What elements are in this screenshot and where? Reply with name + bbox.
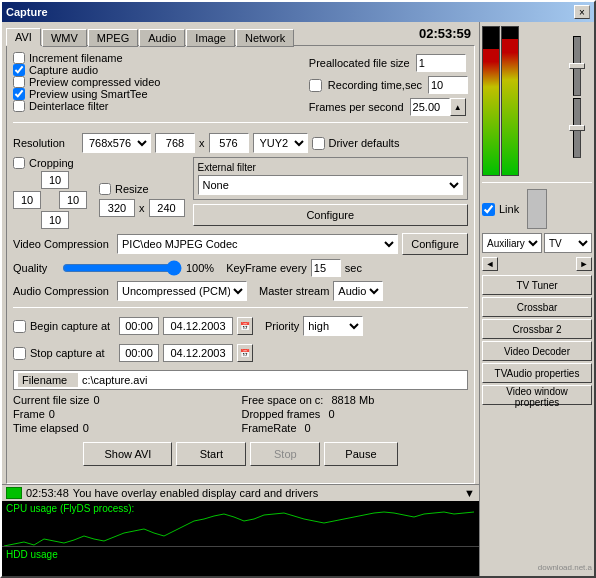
title-bar: Capture ×: [2, 2, 594, 22]
frame-row: Frame 0: [13, 408, 240, 420]
close-button[interactable]: ×: [574, 5, 590, 19]
driver-defaults-label: Driver defaults: [329, 137, 400, 149]
scroll-left-arrow[interactable]: ◄: [482, 257, 498, 271]
scroll-arrows: ◄ ►: [482, 257, 592, 271]
recording-time-checkbox[interactable]: [309, 79, 322, 92]
keyframe-unit: sec: [345, 262, 362, 274]
video-window-properties-button[interactable]: Video window properties: [482, 385, 592, 405]
pause-button[interactable]: Pause: [324, 442, 397, 466]
time-elapsed-row: Time elapsed 0: [13, 422, 240, 434]
video-compression-label: Video Compression: [13, 238, 113, 250]
begin-time-input[interactable]: [119, 317, 159, 335]
recording-time-label: Recording time,sec: [328, 79, 422, 91]
link-slider[interactable]: [527, 189, 547, 229]
hdd-label: HDD usage: [6, 549, 58, 560]
tab-network[interactable]: Network: [236, 29, 294, 47]
tvaudio-properties-button[interactable]: TVAudio properties: [482, 363, 592, 383]
res-width-input[interactable]: [155, 133, 195, 153]
scroll-right-arrow[interactable]: ►: [576, 257, 592, 271]
external-filter-section: External filter None Configure: [193, 157, 469, 226]
external-filter-dropdown[interactable]: None: [198, 175, 464, 195]
resize-width-input[interactable]: [99, 199, 135, 217]
crop-bottom-input[interactable]: [41, 211, 69, 229]
cropping-check-row: Cropping: [13, 157, 185, 169]
crossbar-button[interactable]: Crossbar: [482, 297, 592, 317]
driver-defaults-checkbox[interactable]: [312, 137, 325, 150]
preview-smarttee-checkbox[interactable]: [13, 88, 25, 100]
capture-time: 02:53:59: [411, 22, 479, 45]
tab-audio[interactable]: Audio: [139, 29, 185, 47]
resolution-row: Resolution 768x576 x YUY2 Driver default…: [13, 133, 468, 153]
deinterlace-checkbox[interactable]: [13, 100, 25, 112]
stop-time-input[interactable]: [119, 344, 159, 362]
crop-top-input[interactable]: [41, 171, 69, 189]
fader-track-2[interactable]: [573, 98, 581, 158]
color-format-dropdown[interactable]: YUY2: [253, 133, 308, 153]
tab-image[interactable]: Image: [186, 29, 235, 47]
capture-audio-checkbox[interactable]: [13, 64, 25, 76]
fps-label: Frames per second: [309, 101, 404, 113]
preview-smarttee-row: Preview using SmartTee: [13, 88, 301, 100]
cropping-checkbox[interactable]: [13, 157, 25, 169]
show-avi-button[interactable]: Show AVI: [83, 442, 172, 466]
quality-slider[interactable]: [62, 260, 182, 276]
keyframe-input[interactable]: [311, 259, 341, 277]
video-compression-dropdown[interactable]: PIC\deo MJPEG Codec: [117, 234, 398, 254]
resize-checkbox[interactable]: [99, 183, 111, 195]
stop-cal-button[interactable]: 📅: [237, 344, 253, 362]
resize-height-input[interactable]: [149, 199, 185, 217]
preview-compressed-checkbox[interactable]: [13, 76, 25, 88]
crossbar2-button[interactable]: Crossbar 2: [482, 319, 592, 339]
vu-fill-1: [483, 49, 499, 175]
begin-date-input[interactable]: [163, 317, 233, 335]
stop-button[interactable]: Stop: [250, 442, 320, 466]
vu-meter-container: [482, 26, 592, 176]
fader-thumb-2[interactable]: [569, 125, 585, 131]
crop-middle-row: [13, 191, 87, 209]
right-panel: Link Auxiliary TV ◄ ► TV Tuner Crossb: [479, 22, 594, 576]
tv-tuner-button[interactable]: TV Tuner: [482, 275, 592, 295]
begin-capture-label: Begin capture at: [30, 320, 115, 332]
fader-thumb-1[interactable]: [569, 63, 585, 69]
filename-input[interactable]: [82, 374, 463, 386]
crop-bottom-row: [13, 211, 87, 229]
tab-mpeg[interactable]: MPEG: [88, 29, 138, 47]
divider-1: [13, 122, 468, 123]
crop-top-row: [13, 171, 87, 189]
info-grid: Current file size 0 Free space on c: 881…: [13, 394, 468, 434]
priority-dropdown[interactable]: low normal high realtime: [303, 316, 363, 336]
fader-track-1[interactable]: [573, 36, 581, 96]
device-dropdown-2[interactable]: TV: [544, 233, 592, 253]
resolution-dropdown[interactable]: 768x576: [82, 133, 151, 153]
video-decoder-button[interactable]: Video Decoder: [482, 341, 592, 361]
status-arrow[interactable]: ▼: [464, 487, 475, 499]
recording-time-input[interactable]: [428, 76, 468, 94]
video-configure-button[interactable]: Configure: [402, 233, 468, 255]
resize-section: Resize x: [99, 183, 185, 217]
stop-date-input[interactable]: [163, 344, 233, 362]
tab-wmv[interactable]: WMV: [42, 29, 87, 47]
tab-avi[interactable]: AVI: [6, 28, 41, 46]
stop-capture-checkbox[interactable]: [13, 347, 26, 360]
checkboxes-panel: Increment filename Capture audio Preview…: [13, 52, 301, 116]
fps-input[interactable]: [410, 98, 450, 116]
fps-spin-up[interactable]: ▲: [450, 98, 466, 116]
crop-right-input[interactable]: [59, 191, 87, 209]
crop-left-input[interactable]: [13, 191, 41, 209]
free-space-label: Free space on c:: [242, 394, 324, 406]
start-button[interactable]: Start: [176, 442, 246, 466]
begin-cal-button[interactable]: 📅: [237, 317, 253, 335]
vu-meters: [482, 26, 560, 176]
res-height-input[interactable]: [209, 133, 249, 153]
resize-label: Resize: [115, 183, 149, 195]
begin-capture-checkbox[interactable]: [13, 320, 26, 333]
hdd-panel: HDD usage: [2, 546, 479, 576]
master-stream-dropdown[interactable]: Audio: [333, 281, 383, 301]
link-checkbox[interactable]: [482, 203, 495, 216]
increment-filename-checkbox[interactable]: [13, 52, 25, 64]
audio-compression-dropdown[interactable]: Uncompressed (PCM): [117, 281, 247, 301]
prealloc-input[interactable]: 1: [416, 54, 466, 72]
resize-inputs: x: [99, 199, 185, 217]
external-configure-button[interactable]: Configure: [193, 204, 469, 226]
device-dropdown-1[interactable]: Auxiliary: [482, 233, 542, 253]
